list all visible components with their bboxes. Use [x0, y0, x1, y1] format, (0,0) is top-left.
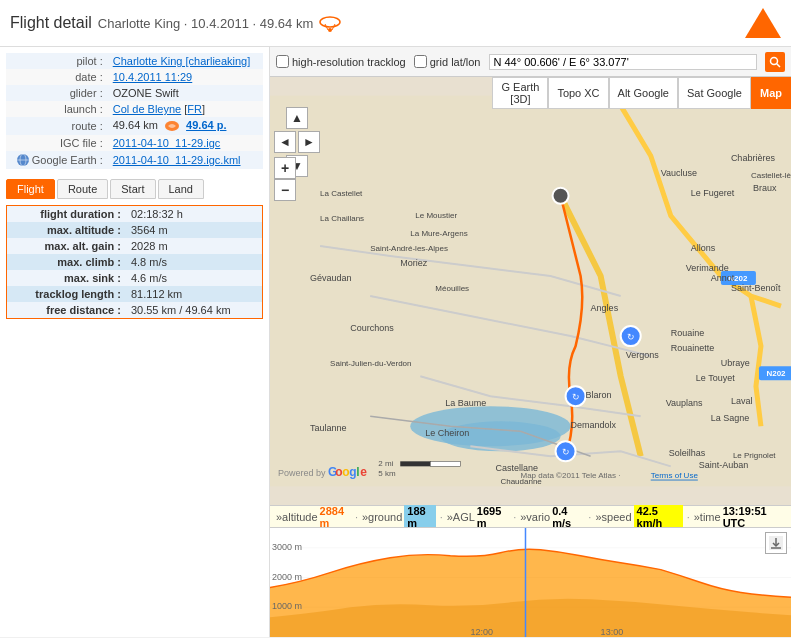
download-button[interactable]	[765, 532, 787, 554]
grid-checkbox[interactable]	[414, 55, 427, 68]
grid-label[interactable]: grid lat/lon	[414, 55, 481, 68]
earth-value: 2011-04-10_11-29.igc.kml	[109, 151, 263, 169]
svg-text:Taulanne: Taulanne	[310, 423, 347, 433]
search-button[interactable]	[765, 52, 785, 72]
map-type-altgoogle[interactable]: Alt Google	[609, 77, 678, 109]
svg-text:La Baume: La Baume	[445, 398, 486, 408]
elevation-svg: 3000 m 2000 m 1000 m 12:00 13:00	[270, 528, 791, 637]
pilot-row: pilot : Charlotte King [charlieaking]	[6, 53, 263, 69]
stat-label-1: max. altitude :	[7, 222, 127, 238]
earth-row: Google Earth : 2011-04-10_11-29.igc.kml	[6, 151, 263, 169]
svg-text:N202: N202	[766, 369, 786, 378]
svg-text:Vauplans: Vauplans	[666, 398, 703, 408]
svg-text:Demandolx: Demandolx	[571, 420, 617, 430]
nav-up-button[interactable]: ▲	[286, 107, 308, 129]
svg-text:5 km: 5 km	[378, 469, 396, 478]
date-value: 10.4.2011 11:29	[109, 69, 263, 85]
svg-text:1000 m: 1000 m	[272, 601, 302, 611]
earth-link[interactable]: 2011-04-10_11-29.igc.kml	[113, 154, 241, 166]
svg-point-17	[553, 188, 569, 204]
map-type-satgoogle[interactable]: Sat Google	[678, 77, 751, 109]
altitude-value: 2884 m	[320, 505, 351, 529]
stat-row-1: max. altitude : 3564 m	[7, 222, 263, 238]
svg-text:Rouaine: Rouaine	[671, 328, 705, 338]
stat-row-5: tracklog length : 81.112 km	[7, 286, 263, 302]
date-link[interactable]: 10.4.2011 11:29	[113, 71, 193, 83]
flight-stats-table: flight duration : 02:18:32 h max. altitu…	[6, 205, 263, 319]
svg-text:13:00: 13:00	[601, 627, 624, 637]
svg-text:2000 m: 2000 m	[272, 572, 302, 582]
tab-land[interactable]: Land	[158, 179, 204, 199]
page-title: Flight detail	[10, 14, 92, 32]
header-title-group: Flight detail Charlotte King · 10.4.2011…	[10, 14, 341, 32]
svg-rect-72	[430, 461, 460, 466]
map-type-gearth[interactable]: G Earth[3D]	[492, 77, 548, 109]
svg-text:Gévaudan: Gévaudan	[310, 273, 352, 283]
speed-label: »speed	[595, 511, 631, 523]
elevation-chart[interactable]: 3000 m 2000 m 1000 m 12:00 13:00	[270, 527, 791, 637]
map-type-map[interactable]: Map	[751, 77, 791, 109]
pilot-value: Charlotte King [charlieaking]	[109, 53, 263, 69]
stat-row-2: max. alt. gain : 2028 m	[7, 238, 263, 254]
glider-row: glider : OZONE Swift	[6, 85, 263, 101]
zoom-controls: + −	[274, 157, 296, 201]
site-logo	[745, 8, 781, 38]
svg-text:Blaron: Blaron	[586, 390, 612, 400]
route-label: route :	[6, 117, 109, 135]
route-points-link[interactable]: 49.64 p.	[186, 119, 226, 131]
svg-text:Saint-Benoît: Saint-Benoît	[731, 283, 781, 293]
stat-value-0: 02:18:32 h	[127, 206, 263, 223]
stat-value-5: 81.112 km	[127, 286, 263, 302]
stat-value-6: 30.55 km / 49.64 km	[127, 302, 263, 319]
tab-flight[interactable]: Flight	[6, 179, 55, 199]
speed-value: 42.5 km/h	[634, 505, 683, 529]
stat-label-3: max. climb :	[7, 254, 127, 270]
altitude-label: »altitude	[276, 511, 318, 523]
svg-text:↻: ↻	[627, 332, 635, 342]
map-container[interactable]: G Earth[3D] Topo XC Alt Google Sat Googl…	[270, 77, 791, 505]
route-value: 49.64 km 49.64 p.	[109, 117, 263, 135]
svg-text:Vergons: Vergons	[626, 350, 660, 360]
time-value: 13:19:51 UTC	[723, 505, 785, 529]
zoom-out-button[interactable]: −	[274, 179, 296, 201]
igc-link[interactable]: 2011-04-10_11-29.igc	[113, 137, 221, 149]
route-row: route : 49.64 km 49.64 p.	[6, 117, 263, 135]
nav-left-button[interactable]: ◄	[274, 131, 296, 153]
right-panel: high-resolution tracklog grid lat/lon G …	[270, 47, 791, 637]
svg-text:e: e	[360, 465, 367, 479]
earth-label: Google Earth :	[6, 151, 109, 169]
svg-text:Saint-Julien-du-Verdon: Saint-Julien-du-Verdon	[330, 359, 411, 368]
time-label: »time	[694, 511, 721, 523]
high-res-label[interactable]: high-resolution tracklog	[276, 55, 406, 68]
nav-right-button[interactable]: ►	[298, 131, 320, 153]
svg-text:Allons: Allons	[691, 243, 716, 253]
svg-text:La Castellet: La Castellet	[320, 189, 363, 198]
map-type-topo[interactable]: Topo XC	[548, 77, 608, 109]
svg-text:Saint-André-les-Alpes: Saint-André-les-Alpes	[370, 244, 448, 253]
svg-point-8	[771, 57, 778, 64]
stat-value-2: 2028 m	[127, 238, 263, 254]
ground-status: »ground 188 m	[362, 505, 436, 529]
coord-input[interactable]	[489, 54, 758, 70]
svg-text:Map data ©2011 Tele Atlas ·: Map data ©2011 Tele Atlas ·	[520, 471, 620, 480]
tab-route[interactable]: Route	[57, 179, 108, 199]
igc-value: 2011-04-10_11-29.igc	[109, 135, 263, 151]
earth-icon	[16, 153, 30, 167]
svg-text:Ubraye: Ubraye	[721, 358, 750, 368]
agl-label: »AGL	[447, 511, 475, 523]
igc-label: IGC file :	[6, 135, 109, 151]
launch-link[interactable]: Col de Bleyne	[113, 103, 182, 115]
pilot-link[interactable]: Charlotte King [charlieaking]	[113, 55, 251, 67]
svg-text:Méouilles: Méouilles	[435, 284, 469, 293]
search-icon	[769, 56, 781, 68]
igc-row: IGC file : 2011-04-10_11-29.igc	[6, 135, 263, 151]
svg-text:Annot: Annot	[711, 273, 735, 283]
launch-country-link[interactable]: FR	[187, 103, 202, 115]
paragliding-icon	[319, 14, 341, 32]
zoom-in-button[interactable]: +	[274, 157, 296, 179]
pilot-name-header: Charlotte King · 10.4.2011 · 49.64 km	[98, 16, 313, 31]
vario-status: »vario 0.4 m/s	[520, 505, 584, 529]
high-res-checkbox[interactable]	[276, 55, 289, 68]
tab-start[interactable]: Start	[110, 179, 155, 199]
pilot-label: pilot :	[6, 53, 109, 69]
